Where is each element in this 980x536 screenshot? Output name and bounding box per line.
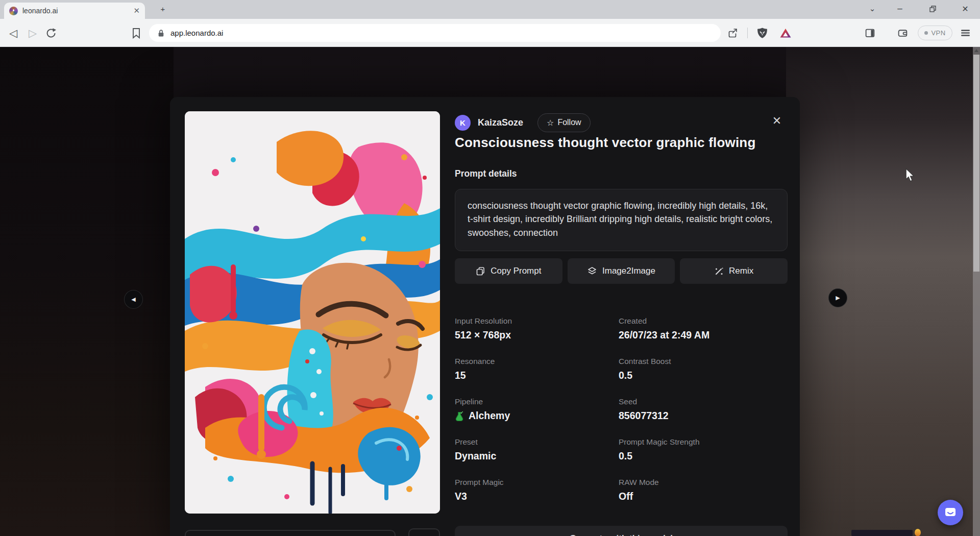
detail-preset: Preset Dynamic [455, 437, 619, 462]
generate-with-model-button[interactable]: Generate with this model [455, 526, 788, 536]
thumbnail-strip[interactable] [185, 530, 396, 536]
cutoff-watermark [851, 530, 913, 536]
vpn-label: VPN [931, 29, 945, 37]
star-icon: ☆ [547, 118, 554, 128]
detail-created: Created 26/07/23 at 2:49 AM [619, 316, 788, 341]
window-close-button[interactable]: ✕ [953, 0, 977, 17]
tab-close-icon[interactable]: ✕ [133, 6, 140, 15]
alchemy-flask-icon [455, 411, 464, 421]
page-backdrop-left [0, 47, 174, 536]
toolbar-separator [747, 28, 748, 38]
webpage-viewport: ◀ ▶ [0, 47, 980, 536]
detail-input-resolution: Input Resolution 512 × 768px [455, 316, 619, 341]
tab-title: leonardo.ai [22, 7, 58, 15]
sidebar-toggle-button[interactable] [862, 19, 878, 47]
browser-toolbar: ◁ ▷ app.leonardo.ai [0, 19, 980, 47]
remix-label: Remix [729, 266, 753, 276]
brave-shield-button[interactable] [754, 19, 770, 47]
follow-label: Follow [557, 118, 581, 127]
bookmark-icon[interactable] [129, 19, 144, 47]
prompt-text-box[interactable]: consciousness thought vector graphic flo… [455, 189, 788, 251]
bat-triangle-icon [779, 27, 792, 39]
remix-button[interactable]: Remix [680, 258, 788, 284]
back-button[interactable]: ◁ [6, 19, 20, 47]
image2image-label: Image2Image [602, 266, 655, 276]
cursor-arrow-icon [904, 168, 916, 182]
avatar[interactable]: K [455, 115, 471, 131]
url-text[interactable]: app.leonardo.ai [170, 29, 223, 37]
detail-resonance: Resonance 15 [455, 357, 619, 381]
share-button[interactable] [725, 19, 740, 47]
creator-header: K KaizaSoze ☆ Follow [455, 112, 761, 133]
bookmark-ribbon-icon [131, 28, 141, 39]
detail-prompt-magic-strength: Prompt Magic Strength 0.5 [619, 437, 788, 462]
window-restore-button[interactable] [921, 0, 944, 17]
detail-raw-mode: RAW Mode Off [619, 478, 788, 502]
username[interactable]: KaizaSoze [478, 117, 523, 128]
page-scrollbar[interactable] [973, 47, 980, 536]
copy-prompt-label: Copy Prompt [491, 266, 541, 276]
prompt-details-heading: Prompt details [455, 168, 517, 179]
page-backdrop-right [786, 47, 980, 536]
chat-bubble-icon [944, 506, 957, 519]
detail-seed: Seed 856077312 [619, 397, 788, 422]
hamburger-menu-icon [961, 28, 970, 38]
reload-icon [45, 28, 57, 39]
carousel-next-button[interactable]: ▶ [828, 288, 847, 307]
sidebar-icon [865, 28, 875, 38]
forward-button: ▷ [26, 19, 40, 47]
layers-icon [587, 266, 597, 276]
carousel-prev-button[interactable]: ◀ [124, 290, 143, 309]
artwork-image[interactable] [185, 111, 440, 514]
modal-close-button[interactable]: ✕ [768, 112, 786, 130]
lock-icon [157, 29, 165, 37]
address-bar[interactable]: app.leonardo.ai [149, 24, 721, 42]
leonardo-favicon-icon [9, 7, 18, 15]
reload-button[interactable] [44, 19, 58, 47]
tab-strip: leonardo.ai ✕ + ⌄ – ✕ [0, 0, 980, 19]
brave-rewards-button[interactable] [778, 19, 793, 47]
generation-title: Consciousness thought vector graphic flo… [455, 135, 788, 151]
scrollbar-thumb[interactable] [973, 55, 979, 272]
restore-icon [929, 6, 936, 12]
generation-detail-modal: ✕ K KaizaSoze ☆ Follow Consciousness tho… [170, 97, 800, 536]
share-icon [727, 28, 738, 39]
support-chat-button[interactable] [938, 500, 963, 525]
screen: leonardo.ai ✕ + ⌄ – ✕ ◁ ▷ [0, 0, 980, 536]
copy-prompt-button[interactable]: Copy Prompt [455, 258, 562, 284]
magic-wand-icon [714, 266, 724, 276]
follow-button[interactable]: ☆ Follow [537, 113, 591, 132]
vpn-status-dot [924, 31, 928, 35]
browser-menu-button[interactable] [958, 19, 973, 47]
mouse-cursor [904, 168, 916, 184]
generation-details-grid: Input Resolution 512 × 768px Created 26/… [455, 316, 788, 502]
new-tab-button[interactable]: + [151, 0, 175, 17]
image2image-button[interactable]: Image2Image [568, 258, 675, 284]
window-minimize-button[interactable]: – [888, 0, 912, 17]
detail-contrast-boost: Contrast Boost 0.5 [619, 357, 788, 381]
thumbnail-strip-button[interactable] [408, 528, 440, 536]
prompt-actions: Copy Prompt Image2Image [455, 258, 788, 284]
detail-prompt-magic: Prompt Magic V3 [455, 478, 619, 502]
vpn-button[interactable]: VPN [918, 26, 952, 40]
artwork-illustration [185, 111, 440, 514]
copy-icon [476, 266, 485, 276]
wallet-icon [897, 28, 908, 38]
brave-shield-icon [756, 27, 768, 39]
scrollbar-up-arrow-icon[interactable] [974, 49, 978, 52]
tab-search-chevron-icon[interactable]: ⌄ [861, 0, 884, 17]
browser-tab[interactable]: leonardo.ai ✕ [4, 3, 145, 19]
detail-pipeline: Pipeline Alchemy [455, 397, 619, 422]
wallet-button[interactable] [894, 19, 911, 47]
cutoff-watermark-flame-icon [915, 529, 921, 536]
